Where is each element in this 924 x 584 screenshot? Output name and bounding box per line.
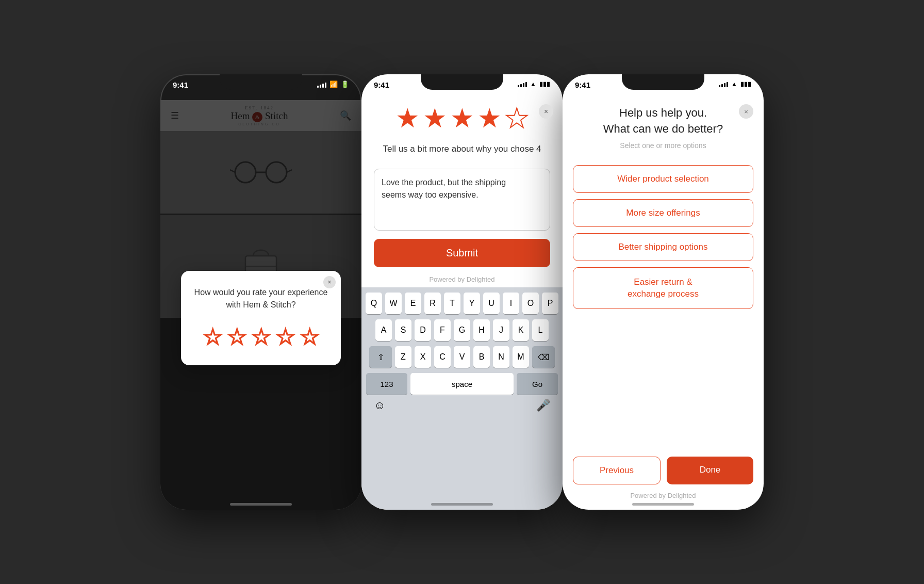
p2-star-1[interactable]: ★ [395, 103, 420, 134]
done-button[interactable]: Done [667, 457, 753, 484]
star-1[interactable]: ☆ [203, 323, 223, 350]
key-q[interactable]: Q [366, 293, 382, 314]
phone-3: 9:41 ▲ ▮▮▮ × Help us help you. [563, 74, 764, 510]
mic-icon[interactable]: 🎤 [536, 399, 550, 412]
feedback-textarea[interactable]: Love the product, but the shippingseems … [374, 169, 550, 231]
close-button-3[interactable]: × [739, 104, 753, 119]
screen-2: 9:41 ▲ ▮▮▮ × ★ ★ [361, 74, 563, 510]
screen-1: 9:41 📶 🔋 ☰ EST. 1842 Hem & [160, 74, 361, 510]
key-a[interactable]: A [375, 319, 392, 341]
emoji-icon[interactable]: ☺ [374, 399, 385, 412]
notch-2 [421, 74, 503, 90]
options-list: Wider product selection More size offeri… [563, 165, 764, 310]
kb-icons-row: ☺ 🎤 [364, 395, 560, 412]
home-indicator-2 [431, 503, 493, 506]
key-v[interactable]: V [454, 346, 470, 368]
close-button-2[interactable]: × [539, 104, 553, 119]
previous-button[interactable]: Previous [573, 457, 661, 484]
key-t[interactable]: T [444, 293, 460, 314]
feedback-screen: 9:41 ▲ ▮▮▮ × ★ ★ [361, 74, 563, 510]
key-g[interactable]: G [454, 319, 470, 341]
wifi-icon-1: 📶 [329, 80, 338, 88]
powered-label-2: Powered by Delighted [361, 275, 563, 283]
key-123[interactable]: 123 [366, 373, 407, 395]
app-background: ☰ EST. 1842 Hem & Stitch CLOTHING CO 🔍 [160, 100, 361, 510]
p2-star-3[interactable]: ★ [450, 103, 474, 134]
wifi-icon-2: ▲ [530, 80, 536, 88]
options-screen: 9:41 ▲ ▮▮▮ × Help us help you. [563, 74, 764, 510]
key-f[interactable]: F [434, 319, 451, 341]
key-l[interactable]: L [532, 319, 549, 341]
rating-modal: × How would you rate your experiencewith… [181, 271, 341, 365]
option-return-exchange[interactable]: Easier return &exchange process [573, 267, 753, 310]
p2-star-5[interactable]: ★ [505, 103, 529, 134]
key-c[interactable]: C [434, 346, 451, 368]
key-i[interactable]: I [503, 293, 519, 314]
p3-action-buttons: Previous Done [573, 457, 753, 484]
wifi-icon-3: ▲ [731, 80, 737, 88]
key-j[interactable]: J [493, 319, 509, 341]
key-m[interactable]: M [513, 346, 529, 368]
battery-icon-2: ▮▮▮ [539, 80, 550, 88]
rating-modal-overlay: × How would you rate your experiencewith… [160, 100, 361, 510]
phone-2: 9:41 ▲ ▮▮▮ × ★ ★ [361, 74, 563, 510]
key-space[interactable]: space [410, 373, 514, 395]
key-b[interactable]: B [473, 346, 490, 368]
p2-star-4[interactable]: ★ [477, 103, 502, 134]
kb-row-2: A S D F G H J K L [364, 319, 560, 341]
key-k[interactable]: K [513, 319, 529, 341]
key-u[interactable]: U [483, 293, 500, 314]
star-2[interactable]: ☆ [227, 323, 247, 350]
p3-subtitle: Select one or more options [578, 141, 748, 150]
home-indicator-3 [632, 503, 694, 506]
time-3: 9:41 [575, 80, 590, 89]
key-backspace[interactable]: ⌫ [532, 346, 555, 368]
signal-icon-1 [317, 82, 326, 88]
key-o[interactable]: O [522, 293, 539, 314]
key-y[interactable]: Y [464, 293, 480, 314]
key-r[interactable]: R [424, 293, 441, 314]
time-1: 9:41 [173, 80, 188, 89]
key-s[interactable]: S [395, 319, 411, 341]
keyboard: Q W E R T Y U I O P A S D F G [361, 287, 563, 510]
p3-footer: Previous Done Powered by Delighted [563, 446, 764, 510]
key-go[interactable]: Go [517, 373, 558, 395]
star-4[interactable]: ☆ [275, 323, 295, 350]
p2-star-row[interactable]: ★ ★ ★ ★ ★ [372, 103, 552, 134]
status-icons-3: ▲ ▮▮▮ [719, 80, 751, 88]
kb-bottom-row: 123 space Go [364, 373, 560, 395]
kb-row-1: Q W E R T Y U I O P [364, 293, 560, 314]
signal-icon-3 [719, 81, 728, 87]
key-shift[interactable]: ⇧ [369, 346, 392, 368]
option-size-offerings[interactable]: More size offerings [573, 199, 753, 227]
modal-title: How would you rate your experiencewith H… [193, 286, 328, 311]
star-5[interactable]: ☆ [300, 323, 320, 350]
textarea-content[interactable]: Love the product, but the shippingseems … [382, 176, 542, 201]
key-d[interactable]: D [415, 319, 431, 341]
key-e[interactable]: E [405, 293, 421, 314]
battery-icon-1: 🔋 [341, 80, 349, 88]
kb-row-3: ⇧ Z X C V B N M ⌫ [364, 346, 560, 368]
option-shipping[interactable]: Better shipping options [573, 233, 753, 261]
key-n[interactable]: N [493, 346, 509, 368]
key-h[interactable]: H [473, 319, 490, 341]
key-p[interactable]: P [542, 293, 558, 314]
key-x[interactable]: X [415, 346, 431, 368]
option-wider-selection[interactable]: Wider product selection [573, 165, 753, 193]
phone-1: 9:41 📶 🔋 ☰ EST. 1842 Hem & [160, 74, 361, 510]
status-icons-2: ▲ ▮▮▮ [518, 80, 550, 88]
modal-close-button[interactable]: × [323, 276, 336, 288]
p2-star-2[interactable]: ★ [423, 103, 447, 134]
status-icons-1: 📶 🔋 [317, 80, 349, 88]
notch-3 [622, 74, 704, 90]
star-3[interactable]: ☆ [251, 323, 271, 350]
time-2: 9:41 [374, 80, 389, 89]
feedback-label: Tell us a bit more about why you chose 4 [372, 144, 552, 154]
submit-button[interactable]: Submit [374, 239, 550, 267]
key-w[interactable]: W [385, 293, 402, 314]
status-bar-1: 9:41 📶 🔋 [160, 74, 361, 100]
battery-icon-3: ▮▮▮ [740, 80, 751, 88]
powered-label-3: Powered by Delighted [573, 492, 753, 499]
rating-stars[interactable]: ☆ ☆ ☆ ☆ ☆ [193, 323, 328, 350]
key-z[interactable]: Z [395, 346, 411, 368]
